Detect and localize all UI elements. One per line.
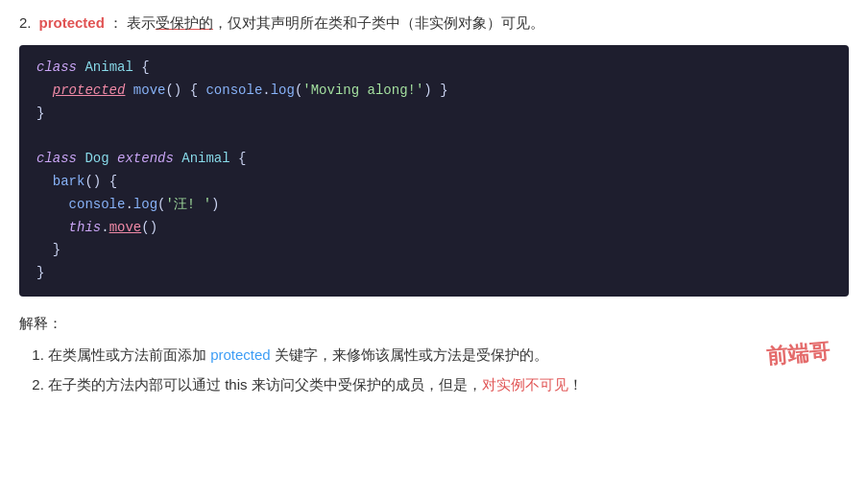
explanation-list: 在类属性或方法前面添加 protected 关键字，来修饰该属性或方法是受保护的… <box>19 342 849 397</box>
code-line-10: } <box>36 262 832 285</box>
exp2-before: 在子类的方法内部可以通过 this 来访问父类中受保护的成员，但是， <box>48 376 482 393</box>
intro-line: 2. protected ： 表示受保护的，仅对其声明所在类和子类中（非实例对象… <box>19 10 849 36</box>
code-line-2: protected move() { console.log('Moving a… <box>36 80 832 103</box>
code-line-4 <box>36 125 832 148</box>
list-number: 2. <box>19 10 32 36</box>
code-line-8: this.move() <box>36 217 832 240</box>
exp2-after: ！ <box>568 376 583 393</box>
code-line-1: class Animal { <box>36 57 832 80</box>
exp2-highlight: 对实例不可见 <box>482 376 568 393</box>
exp1-after: 关键字，来修饰该属性或方法是受保护的。 <box>271 346 548 363</box>
code-line-9: } <box>36 239 832 262</box>
explanation-item-2: 在子类的方法内部可以通过 this 来访问父类中受保护的成员，但是，对实例不可见… <box>48 371 849 397</box>
exp1-before: 在类属性或方法前面添加 <box>48 346 210 363</box>
protected-keyword-intro: protected <box>39 10 105 36</box>
code-block: class Animal { protected move() { consol… <box>19 45 849 297</box>
exp1-keyword: protected <box>210 346 271 363</box>
explanation-item-1: 在类属性或方法前面添加 protected 关键字，来修饰该属性或方法是受保护的… <box>48 342 849 368</box>
underline-protected-text: 受保护的 <box>156 14 213 31</box>
explanation-title: 解释： <box>19 310 849 336</box>
intro-colon: ： <box>108 10 123 36</box>
code-line-3: } <box>36 103 832 126</box>
code-line-5: class Dog extends Animal { <box>36 148 832 171</box>
code-line-6: bark() { <box>36 171 832 194</box>
explanation-section: 解释： 在类属性或方法前面添加 protected 关键字，来修饰该属性或方法是… <box>19 310 849 397</box>
code-line-7: console.log('汪! ') <box>36 194 832 217</box>
page-wrapper: 2. protected ： 表示受保护的，仅对其声明所在类和子类中（非实例对象… <box>19 10 849 397</box>
intro-description: 表示受保护的，仅对其声明所在类和子类中（非实例对象）可见。 <box>127 10 544 36</box>
